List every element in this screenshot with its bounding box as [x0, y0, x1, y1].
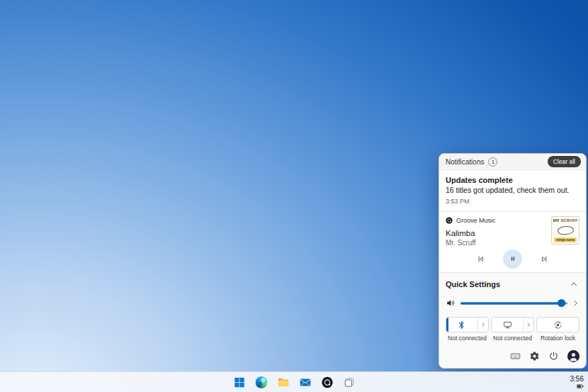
rotation-lock-tile-label: Rotation lock: [536, 335, 579, 342]
chevron-up-icon: [570, 280, 578, 289]
notification-body: 16 titles got updated, check them out.: [446, 186, 579, 194]
previous-icon: [476, 254, 485, 264]
notification-title: Updates complete: [446, 176, 579, 184]
quick-settings-title: Quick Settings: [446, 280, 500, 289]
quick-settings-section: Quick Settings: [439, 273, 586, 368]
touch-keyboard-button[interactable]: [510, 351, 521, 362]
media-controls: [446, 249, 579, 269]
volume-expand-button[interactable]: [572, 299, 579, 307]
desktop: Notifications 1 Clear all Updates comple…: [0, 0, 588, 392]
gear-icon: [529, 351, 540, 362]
album-art: MR SCRUFF ninja tuna: [551, 216, 579, 245]
notifications-title: Notifications: [446, 158, 484, 166]
pause-icon: [509, 254, 517, 263]
quick-settings-tiles: Not connected Not connected: [446, 317, 579, 342]
taskbar-edge-button[interactable]: [254, 374, 269, 390]
speaker-icon: [446, 298, 456, 308]
bluetooth-expand-button[interactable]: [477, 318, 488, 332]
notifications-header: Notifications 1 Clear all: [439, 154, 586, 170]
chevron-right-icon: [572, 299, 579, 307]
media-player-card: Groove Music Kalimba Mr. Scruff MR SCRUF…: [439, 212, 586, 272]
battery-status-icon[interactable]: [577, 383, 584, 389]
notification-card[interactable]: Updates complete 16 titles got updated, …: [439, 170, 586, 211]
taskbar-center-apps: [232, 372, 357, 392]
settings-button[interactable]: [529, 351, 540, 362]
windows-logo-icon: [233, 376, 245, 388]
connect-expand-button[interactable]: [523, 318, 533, 332]
next-track-button[interactable]: [540, 254, 549, 264]
task-view-button[interactable]: [341, 374, 357, 390]
connect-tile-label: Not connected: [491, 335, 534, 342]
keyboard-icon: [510, 351, 521, 362]
bluetooth-tile[interactable]: [446, 317, 489, 332]
clear-all-button[interactable]: Clear all: [548, 156, 581, 168]
folder-icon: [277, 376, 289, 388]
taskbar-clock[interactable]: 3:56: [570, 375, 584, 383]
edge-browser-icon: [255, 376, 267, 388]
rotation-lock-tile[interactable]: [536, 317, 579, 332]
power-icon: [548, 351, 559, 362]
album-art-title-text: ninja tuna: [554, 237, 577, 243]
next-icon: [540, 254, 549, 264]
volume-slider-thumb[interactable]: [558, 299, 565, 307]
user-avatar[interactable]: [567, 350, 579, 362]
bluetooth-icon: [446, 318, 477, 332]
taskbar-mail-button[interactable]: [298, 374, 313, 390]
media-app-name: Groove Music: [456, 217, 496, 224]
connect-tile[interactable]: [491, 317, 534, 332]
rotation-lock-icon: [537, 318, 579, 332]
groove-music-icon: [321, 376, 333, 388]
groove-music-app-icon: [446, 217, 453, 224]
taskbar-file-explorer-button[interactable]: [276, 374, 291, 390]
power-button[interactable]: [548, 351, 559, 362]
bluetooth-tile-group: Not connected: [446, 317, 489, 342]
user-icon: [567, 350, 579, 362]
bluetooth-tile-label: Not connected: [446, 335, 489, 342]
album-art-artist-text: MR SCRUFF: [553, 219, 577, 223]
connect-tile-group: Not connected: [491, 317, 534, 342]
taskbar-groove-button[interactable]: [320, 374, 335, 390]
previous-track-button[interactable]: [476, 254, 485, 264]
pause-button[interactable]: [503, 250, 522, 269]
volume-slider[interactable]: [460, 299, 567, 308]
chevron-right-icon: [526, 322, 531, 327]
notification-time: 3:53 PM: [446, 198, 579, 205]
chevron-right-icon: [480, 322, 486, 327]
quick-settings-header: Quick Settings: [446, 279, 579, 290]
start-button[interactable]: [232, 374, 247, 390]
collapse-quick-settings-button[interactable]: [568, 279, 579, 290]
volume-row: [446, 298, 579, 308]
taskbar: 3:56: [0, 371, 588, 392]
rotation-lock-tile-group: Rotation lock: [536, 317, 579, 342]
taskbar-system-area: 3:56: [570, 372, 584, 392]
mail-icon: [299, 376, 311, 388]
quick-settings-footer: [446, 350, 579, 362]
task-view-icon: [343, 376, 355, 388]
album-art-illustration: [557, 225, 574, 235]
volume-slider-fill: [460, 302, 562, 304]
bluetooth-active-indicator: [446, 318, 448, 332]
notification-center-panel: Notifications 1 Clear all Updates comple…: [439, 153, 587, 369]
display-connect-icon: [492, 318, 523, 332]
notifications-count-badge: 1: [488, 157, 497, 167]
